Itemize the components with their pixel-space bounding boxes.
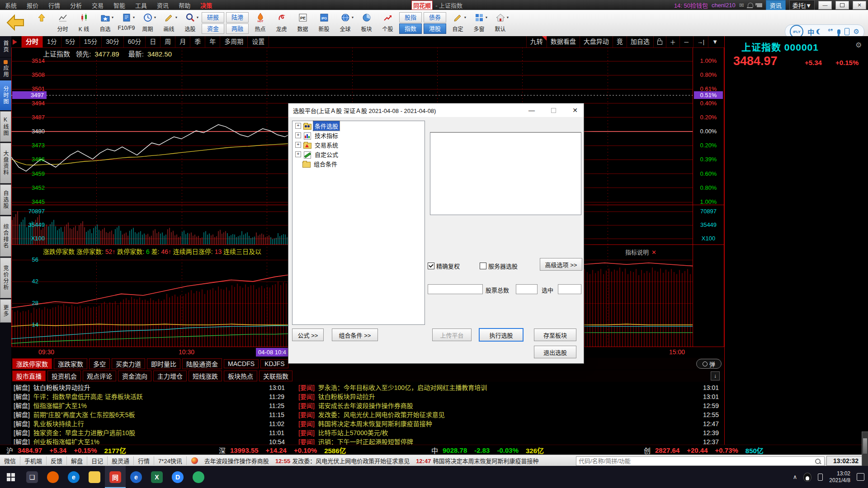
action-center-icon[interactable] — [857, 473, 864, 481]
chart-corner-icon[interactable] — [11, 36, 22, 47]
dialog-title-bar[interactable]: 选股平台(上证Ａ股 深证Ａ股 2021-04-08 - 2021-04-08) … — [288, 103, 584, 117]
server-pick-checkbox[interactable]: 服务器选股 — [480, 262, 518, 270]
news-item-right-4[interactable]: [要闻]韩国将决定本周末恢复阿斯利康疫苗接种12:47 — [298, 419, 721, 428]
expand-right-icon[interactable]: →| — [693, 36, 708, 47]
toolbar-research-fund-0[interactable]: 研报 — [202, 12, 224, 23]
total-stocks-field[interactable] — [516, 284, 538, 294]
news-tab-投资机会[interactable]: 投资机会 — [47, 371, 81, 381]
news-headline[interactable]: 乳业板块持续上行 — [33, 420, 84, 427]
sidebar-item-market-data[interactable]: 大盘资料 — [0, 143, 11, 183]
indicator-tab-涨跌家数[interactable]: 涨跌家数 — [54, 358, 87, 369]
result-list-box[interactable] — [430, 132, 581, 215]
news-tab-主力增仓[interactable]: 主力增仓 — [153, 371, 187, 381]
dropdown-caret-icon[interactable]: ▼ — [132, 16, 136, 19]
dropdown-caret-icon[interactable]: ▼ — [111, 16, 114, 19]
quote-settings-gear-icon[interactable]: ⚙ — [855, 41, 862, 49]
news-item-right-3[interactable]: [要闻]发改委：风电光伏上网电价政策开始征求意见12:55 — [298, 410, 721, 419]
indicator-help-link[interactable]: 指标说明✕ — [625, 248, 656, 256]
toolbar-luhk-margin-1[interactable]: 两融 — [226, 23, 249, 34]
voice-tone-icon[interactable]: °❜ — [828, 28, 833, 36]
ticker-item[interactable]: 12:47韩国将决定本周末恢复阿斯利康疫苗接种 — [416, 456, 538, 465]
period-tab-5分[interactable]: 5分 — [61, 36, 80, 47]
period-tab-多周期[interactable]: 多周期 — [220, 36, 248, 47]
trade-button[interactable]: 委托|▼ — [789, 0, 815, 10]
chart-tool-竞[interactable]: 竞 — [613, 36, 627, 47]
news-tab-资金流向[interactable]: 资金流向 — [118, 371, 151, 381]
sidebar-item-kline-chart[interactable]: K线图 — [0, 111, 11, 142]
checkbox-checked-icon[interactable] — [428, 263, 434, 269]
news-headline[interactable]: 韩国将决定本周末恢复阿斯利康疫苗接种 — [318, 420, 432, 427]
toolbar-bond-hk-toggle-0[interactable]: 债券 — [424, 12, 446, 23]
tree-label[interactable]: 条件选股 — [313, 121, 340, 131]
news-item-right-1[interactable]: [要闻]钛白粉板块异动拉升13:01 — [298, 392, 721, 401]
taskbar-app-edge-browser[interactable]: e — [63, 466, 84, 488]
indicator-tab-涨跌停家数[interactable]: 涨跌停家数 — [12, 358, 52, 369]
news-tab-短线涨跌[interactable]: 短线涨跌 — [189, 371, 222, 381]
news-headline[interactable]: 独家资金：早盘主力进散户逃前10股 — [33, 429, 136, 436]
checkbox-unchecked-icon[interactable] — [480, 263, 486, 269]
news-item-left-3[interactable]: [解盘]前期“庄股”再度大涨 仁东控股6天5板11:15 — [14, 410, 287, 419]
news-item-left-1[interactable]: [解盘]午评：指数早盘低开高走 证券板块活跃11:29 — [14, 392, 287, 401]
news-item-left-4[interactable]: [解盘]乳业板块持续上行11:02 — [14, 419, 287, 428]
start-button[interactable] — [0, 466, 22, 488]
sidebar-item-minute-chart[interactable]: 分时图 — [0, 80, 11, 110]
chart-tool-加自选[interactable]: 加自选 — [627, 36, 653, 47]
stock-search-box[interactable] — [576, 456, 825, 466]
quick-link-解盘[interactable]: 解盘 — [67, 456, 87, 465]
menu-智能[interactable]: 智能 — [108, 1, 130, 9]
news-headline[interactable]: 迅销：下午一时正起港股短暂停牌 — [318, 438, 413, 445]
danmu-toggle[interactable]: 弹 — [696, 359, 722, 369]
toolbar-luhk-margin-0[interactable]: 陆港 — [226, 12, 249, 23]
dropdown-caret-icon[interactable]: ▼ — [351, 16, 354, 19]
indicator-tab-买卖力道[interactable]: 买卖力道 — [112, 358, 145, 369]
toolbar-dragon-tiger-button[interactable]: 龙虎 — [271, 11, 292, 37]
menu-分析[interactable]: 分析 — [65, 1, 87, 9]
ticker-item[interactable]: 去年波段操作操作券商股 — [204, 456, 269, 465]
dropdown-caret-icon[interactable]: ▼ — [485, 16, 488, 19]
menu-行情[interactable]: 行情 — [43, 1, 65, 9]
quick-link-7*24快讯[interactable]: 7*24快讯 — [154, 456, 187, 465]
taskbar-clock[interactable]: 13:02 2021/4/8 — [829, 470, 850, 484]
exit-selection-button[interactable]: 退出选股 — [534, 346, 576, 358]
expand-plus-icon[interactable]: + — [295, 132, 301, 138]
toolbar-research-fund-1[interactable]: 资金 — [202, 23, 224, 34]
news-tab-股市直播[interactable]: 股市直播 — [12, 371, 46, 381]
menu-决策[interactable]: 决策 — [195, 1, 217, 9]
language-icon[interactable]: 中 — [807, 27, 814, 37]
quick-link-日记[interactable]: 日记 — [87, 456, 108, 465]
news-ticker[interactable]: 去年波段操作操作券商股12:55发改委：风电光伏上网电价政策开始征求意见12:4… — [191, 456, 607, 465]
quote-title[interactable]: 上证指数 000001 — [741, 40, 819, 53]
news-item-right-6[interactable]: [要闻]迅销：下午一时正起港股短暂停牌12:37 — [298, 437, 721, 445]
indicator-tab-多空[interactable]: 多空 — [89, 358, 110, 369]
news-item-left-2[interactable]: [解盘]恒指涨幅扩大至1%11:25 — [14, 401, 287, 410]
zoom-out-icon[interactable]: － — [679, 36, 693, 47]
search-icon[interactable] — [815, 459, 821, 464]
unlock-icon[interactable] — [653, 36, 666, 47]
mail-icon[interactable]: ✉ — [739, 2, 744, 9]
dialog-minimize-button[interactable]: — — [526, 105, 538, 115]
quick-link-反馈[interactable]: 反馈 — [47, 456, 67, 465]
menu-系统[interactable]: 系统 — [0, 1, 22, 9]
news-headline[interactable]: 午评：指数早盘低开高走 证券板块活跃 — [33, 393, 143, 400]
combo-condition-button[interactable]: 组合条件 >> — [332, 328, 378, 341]
quick-link-股灵通[interactable]: 股灵通 — [108, 456, 134, 465]
news-item-right-5[interactable]: [要闻]比特币站上57000美元/枚12:39 — [298, 428, 721, 437]
toolbar-stocks-button[interactable]: 个股 — [377, 11, 398, 37]
expand-plus-icon[interactable]: + — [295, 142, 301, 148]
tree-label[interactable]: 组合条件 — [312, 159, 339, 169]
news-headline[interactable]: 钛白粉板块异动拉升 — [33, 384, 90, 391]
toolbar-period-button[interactable]: ▼周期 — [137, 11, 158, 37]
dropdown-caret-icon[interactable]: ▼ — [464, 16, 467, 19]
chart-tool-九转[interactable]: 九转 — [526, 36, 547, 47]
toolbar-watchlist-button[interactable]: ▼自选 — [94, 11, 116, 37]
quick-link-微信[interactable]: 微信 — [0, 456, 20, 465]
tree-item-条件选股[interactable]: +条件选股 — [295, 121, 425, 131]
sidebar-item-auction-analysis[interactable]: 竞价分析 — [0, 258, 11, 298]
collapse-panel-icon[interactable]: ↓ — [711, 371, 720, 380]
dropdown-caret-icon[interactable]: ▼ — [154, 16, 157, 19]
precise-adjust-checkbox[interactable]: 精确复权 — [428, 262, 460, 270]
indicator-tab-陆股通资金[interactable]: 陆股通资金 — [182, 358, 222, 369]
toolbar-stock-picker-button[interactable]: ▼选股 — [179, 11, 201, 37]
toolbar-multi-window-button[interactable]: ▼多窗 — [468, 11, 490, 37]
indicator-help-close-icon[interactable]: ✕ — [651, 249, 656, 256]
